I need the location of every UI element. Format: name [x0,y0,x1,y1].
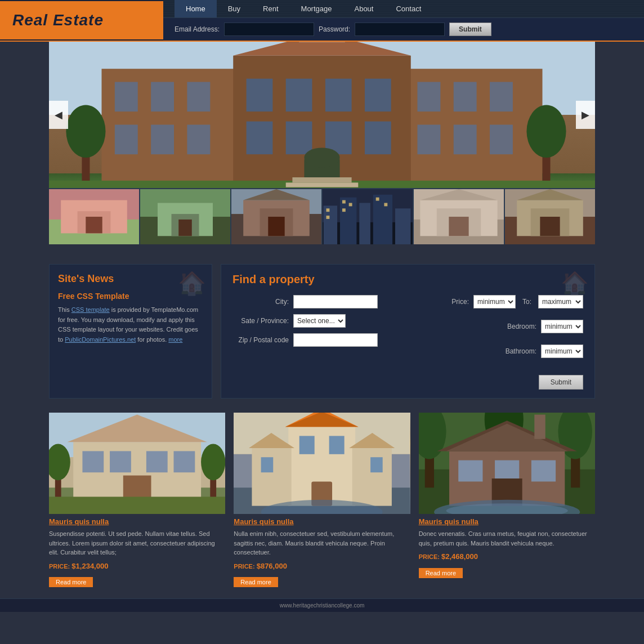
bathroom-select[interactable]: minimum 1 2 3 4 [541,345,583,358]
svg-rect-60 [342,200,346,204]
thumbnail-1[interactable] [49,189,140,244]
slideshow-prev-button[interactable]: ◀ [49,101,68,129]
svg-rect-44 [178,220,192,236]
slideshow-wrapper: ◀ ▶ [49,42,595,188]
email-input[interactable] [224,23,314,36]
svg-point-32 [66,105,105,157]
svg-rect-30 [286,182,359,187]
svg-point-26 [304,147,339,167]
slideshow-next-button[interactable]: ▶ [576,101,595,129]
price-min-select[interactable]: minimum 100,000 200,000 500,000 [473,295,516,308]
svg-rect-7 [187,82,210,112]
listing-1-title-link[interactable]: Mauris quis nulla [49,517,109,526]
svg-rect-15 [115,125,138,155]
svg-rect-17 [187,125,210,155]
listings: Mauris quis nulla Suspendisse potenti. U… [0,410,644,598]
svg-point-34 [526,105,566,157]
listing-3-read-more-button[interactable]: Read more [419,568,463,578]
svg-rect-62 [349,203,352,207]
svg-rect-91 [49,497,225,514]
thumb-svg-2 [140,189,230,244]
svg-rect-99 [352,448,392,506]
listing-card-2: Mauris quis nulla Nulla enim nibh, conse… [234,413,410,587]
email-label: Email Address: [175,25,220,33]
slideshow: ◀ ▶ [49,42,595,188]
svg-rect-64 [384,203,387,207]
svg-rect-58 [327,208,330,212]
nav-mortgage[interactable]: Mortgage [290,0,343,17]
thumbnail-6[interactable] [505,189,595,244]
svg-rect-121 [495,460,519,482]
listing-2-price: $876,000 [257,562,287,570]
bedroom-select[interactable]: minimum 1 2 3 4 5+ [541,320,583,333]
svg-rect-21 [365,122,391,154]
state-row: Sate / Province: Select one... Alabama A… [232,314,459,328]
thumbnail-4[interactable] [323,189,414,244]
css-template-link[interactable]: CSS template [71,306,110,313]
nav-login-area: Home Buy Rent Mortgage About Contact Ema… [163,0,644,41]
price-to-label: To: [522,298,531,306]
nav-rent[interactable]: Rent [252,0,289,17]
svg-rect-55 [359,203,370,245]
nav-home[interactable]: Home [175,0,217,17]
svg-rect-24 [490,125,513,155]
svg-rect-9 [286,79,312,111]
logo-area: Real Estate [0,1,163,39]
public-domain-link[interactable]: PublicDomainPictures.net [65,336,136,343]
thumbnail-5[interactable] [414,189,505,244]
thumb-svg-4 [323,189,413,244]
svg-rect-59 [327,216,330,219]
listing-3-price-label: PRICE: [419,553,440,560]
find-property-icon: 🏠 [561,270,589,297]
login-submit-button[interactable]: Submit [449,23,491,36]
svg-rect-56 [373,195,392,244]
header: Real Estate Home Buy Rent Mortgage About… [0,0,644,42]
nav-about[interactable]: About [343,0,384,17]
listing-1-price: $1,234,000 [71,562,108,570]
listing-3-title-link[interactable]: Mauris quis nulla [419,517,478,526]
thumbnail-2[interactable] [140,189,231,244]
listing-2-read-more-button[interactable]: Read more [234,577,278,587]
price-label: Price: [430,298,469,306]
svg-rect-82 [82,451,104,472]
news-icon: 🏠 [178,270,206,297]
thumb-svg-1 [49,189,139,244]
svg-rect-19 [286,122,312,154]
listing-3-description: Donec venenatis. Cras urna metus, feugia… [419,529,595,548]
svg-rect-6 [151,82,174,112]
password-input[interactable] [355,23,445,36]
svg-rect-119 [534,415,545,439]
find-property: 🏠 Find a property City: Sate / Province:… [221,264,595,399]
listing-1-read-more-button[interactable]: Read more [49,577,93,587]
svg-rect-70 [449,217,468,236]
price-max-select[interactable]: maximum 500,000 1,000,000 2,000,000 [538,295,583,308]
listing-2-title-link[interactable]: Mauris quis nulla [234,517,293,526]
bathroom-label: Bathroom: [497,347,536,355]
form-left-col: City: Sate / Province: Select one... Ala… [232,295,459,390]
sidebar-news: 🏠 Site's News Free CSS Template This CSS… [49,264,212,399]
password-label: Password: [319,25,350,33]
form-right-col: Price: minimum 100,000 200,000 500,000 T… [459,295,583,390]
svg-rect-85 [173,451,195,472]
find-property-form: City: Sate / Province: Select one... Ala… [232,295,583,390]
nav-contact[interactable]: Contact [384,0,432,17]
svg-rect-98 [252,448,292,506]
svg-rect-57 [395,208,410,244]
city-input[interactable] [293,295,378,308]
zip-input[interactable] [293,333,378,347]
price-row: Price: minimum 100,000 200,000 500,000 T… [459,295,583,308]
listing-1-description: Suspendisse potenti. Ut sed pede. Nullam… [49,529,225,557]
svg-rect-11 [365,79,391,111]
more-link[interactable]: more [168,336,182,343]
find-submit-button[interactable]: Submit [539,375,583,390]
thumbnail-3[interactable] [231,189,323,244]
svg-rect-104 [261,457,274,472]
svg-rect-84 [146,451,168,472]
state-select[interactable]: Select one... Alabama Alaska California … [293,314,346,328]
svg-rect-102 [299,436,315,454]
bedroom-label: Bedroom: [497,323,536,330]
footer: www.heritagechristiancollege.com [0,598,644,612]
svg-rect-49 [268,217,284,236]
nav-buy[interactable]: Buy [217,0,252,17]
city-row: City: [232,295,459,308]
